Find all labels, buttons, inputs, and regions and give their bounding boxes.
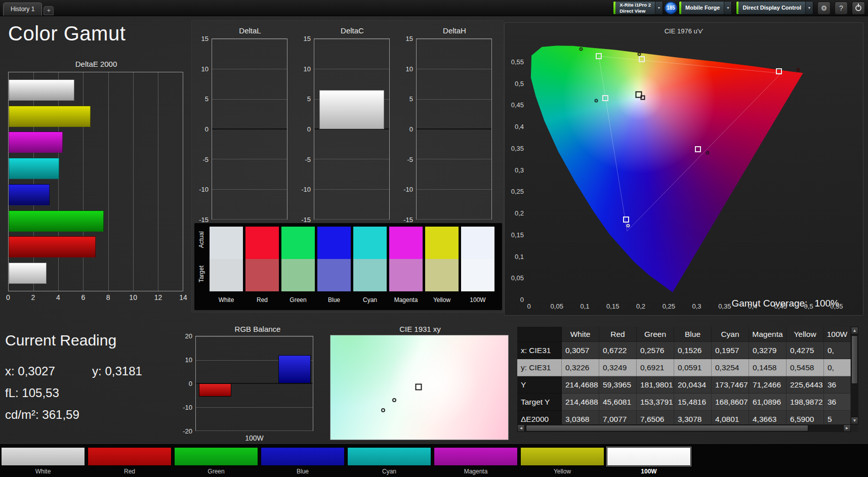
cie-marker-square [639,56,645,62]
cie1976-title: CIE 1976 u'v' [505,27,863,35]
table-cell: 214,4688 [562,394,599,411]
cie-y-tick: 0,05 [511,274,524,282]
cie-marker-square [776,68,782,74]
power-button[interactable] [852,2,865,15]
table-header-cell-blank [517,327,562,342]
scroll-right-button[interactable]: ► [843,424,851,432]
swatch-white: White [210,227,243,303]
swatch-100w: 100W [461,227,494,303]
source-name: Mobile Forge [685,5,720,11]
table-row-y-cie31[interactable]: y: CIE310,32260,32490,69210,05910,32540,… [517,359,851,376]
deltae-bar-row-green [9,210,183,232]
swatch-label: Yellow [425,291,459,303]
cie1931-marker-circle [381,408,385,412]
swatch-target-blue [317,259,351,291]
settings-button[interactable]: ⚙ [817,2,831,15]
cie-x-tick: 0,15 [606,302,619,310]
y-tick: -10 [199,186,209,193]
table-cell: 3,0368 [562,411,599,424]
help-button[interactable]: ? [835,2,848,15]
y-tick: 15 [201,35,209,42]
swatch-actual-yellow [425,227,459,259]
table-cell: 3,3078 [674,411,712,424]
swatch-target-green [281,259,315,291]
table-row-x-cie31[interactable]: x: CIE310,30570,67220,25760,15260,19570,… [517,342,851,359]
y-tick: 0 [409,125,413,133]
table-cell: 0,3254 [712,359,749,376]
table-row-y[interactable]: Y214,468859,3965181,980120,0434173,74677… [517,376,851,394]
patch-100w[interactable]: 100W [607,447,691,475]
cie1976-y-axis: 0,550,50,450,40,350,30,250,20,150,10,050 [507,40,527,299]
table-row--e2000[interactable]: ΔE20003,03687,00777,65063,30784,08014,36… [517,411,851,424]
cie-marker-circle [637,53,641,56]
swatch-actual-blue [317,227,351,259]
deltac-y-axis: 151050-5-10-15 [298,38,312,220]
horizontal-scrollbar[interactable]: ◄ ► [517,424,851,432]
table-cell: 153,3791 [637,394,674,411]
table-cell: 45,6081 [599,394,637,411]
cie-marker-square [602,95,608,101]
scroll-down-button[interactable]: ▼ [851,417,858,424]
y-tick: -10 [403,186,413,193]
deltae-xtick: 8 [106,293,110,301]
patch-red[interactable]: Red [88,447,172,475]
gridline [212,189,287,190]
swatch-label: Green [281,291,315,303]
table-header-cell-white: White [562,327,599,342]
cie-y-tick: 0,4 [515,123,524,131]
swatch-stack [389,227,423,291]
y-tick: 5 [409,95,413,103]
gridline [212,69,287,69]
add-tab-button[interactable]: + [44,6,54,15]
deltah-y-axis: 151050-5-10-15 [400,38,414,220]
table-cell: 0,5458 [787,359,824,376]
deltah-title: DeltaH [400,26,494,36]
y-tick: -5 [202,155,209,163]
patch-magenta[interactable]: Magenta [434,447,518,475]
deltah-plot [416,38,492,220]
swatch-yellow: Yellow [425,227,459,303]
y-tick: -15 [199,216,209,224]
cie-x-tick: 0,1 [580,302,589,310]
patch-label: Red [88,468,172,475]
meter-dropdown[interactable]: X-Rite i1Pro 2 Direct View ▼ [613,1,663,15]
horizontal-scroll-thumb[interactable] [526,425,808,431]
cie-x-tick: 0,2 [636,302,645,310]
table-header-cell-blue: Blue [674,327,712,342]
cie-marker-circle [579,47,583,51]
y-tick: 5 [307,95,311,103]
source-dropdown[interactable]: Mobile Forge ▼ [679,1,732,15]
gridline [212,219,287,220]
deltae-bar-row-white [9,263,183,284]
vertical-scrollbar[interactable]: ▲ ▼ [851,327,858,424]
cie-y-tick: 0,55 [511,58,524,65]
cie-y-tick: 0,25 [511,188,524,195]
patch-white[interactable]: White [1,447,85,475]
cd-label: cd/m²: [5,408,39,421]
patch-label: Green [174,468,258,475]
deltae-xtick: 6 [81,293,85,301]
patch-yellow[interactable]: Yellow [520,447,604,475]
deltah-chart: DeltaH 151050-5-10-15 100W [400,26,494,236]
table-row-target-y[interactable]: Target Y214,468845,6081153,379115,481616… [517,394,851,411]
scroll-left-button[interactable]: ◄ [517,424,525,432]
fl-value: 105,53 [22,386,59,400]
display-control-dropdown[interactable]: Direct Display Control ▼ [736,1,813,15]
zero-line [417,128,491,129]
help-icon: ? [839,4,843,12]
table-cell: 0,6722 [599,342,637,359]
patch-green[interactable]: Green [174,447,258,475]
cie1976-panel: CIE 1976 u'v' 0,550,50,450,40,350,30,250… [504,22,863,316]
patch-cyan[interactable]: Cyan [347,447,431,475]
cie-marker-circle [594,99,598,102]
scroll-up-button[interactable]: ▲ [851,327,858,334]
patch-blue[interactable]: Blue [261,447,345,475]
deltae-bars [9,72,183,291]
table-cell: 0,2576 [637,342,674,359]
deltae2000-chart: DeltaE 2000 02468101214 [7,60,185,306]
vertical-scroll-thumb[interactable] [851,335,858,384]
table-header-cell-cyan: Cyan [712,327,749,342]
history-tab[interactable]: History 1 [3,3,42,16]
patch-label: Magenta [434,468,518,475]
table-cell: 0,3279 [749,342,787,359]
